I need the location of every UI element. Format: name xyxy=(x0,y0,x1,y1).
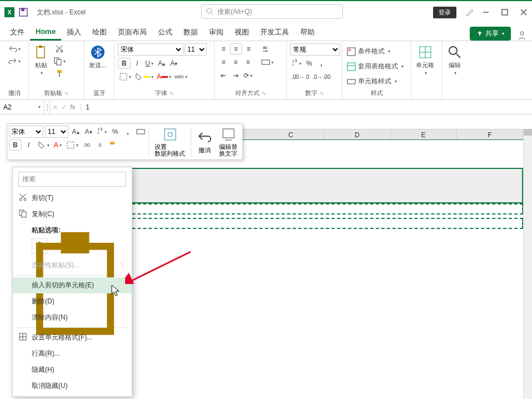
search-box[interactable]: 搜索(Alt+Q) xyxy=(201,4,343,19)
percent-button[interactable]: % xyxy=(304,58,315,69)
borders-button[interactable]: ▾ xyxy=(118,71,132,82)
ctx-unhide[interactable]: 取消隐藏(U) xyxy=(13,378,132,394)
redo-button[interactable]: ▾ xyxy=(7,56,22,67)
tab-view[interactable]: 视图 xyxy=(229,24,255,41)
ctx-clear[interactable]: 清除内容(N) xyxy=(13,310,132,326)
merge-button[interactable]: ▾ xyxy=(260,57,275,68)
col-header-e[interactable]: E xyxy=(391,129,457,139)
align-middle-button[interactable]: ≡ xyxy=(230,43,242,54)
mt-size-select[interactable]: 11 xyxy=(45,126,68,138)
format-painter-button[interactable] xyxy=(54,68,65,79)
login-button[interactable]: 登录 xyxy=(433,7,456,18)
share-button[interactable]: 共享 ▾ xyxy=(470,27,511,41)
formula-input[interactable]: 1 xyxy=(81,103,530,111)
fill-color-button[interactable]: ▾ xyxy=(133,71,155,82)
decrease-indent-button[interactable]: ⇤ xyxy=(218,70,229,81)
ctx-row-height[interactable]: 行高(R)... xyxy=(13,346,132,362)
increase-indent-button[interactable]: ⇥ xyxy=(230,70,241,81)
tab-file[interactable]: 文件 xyxy=(4,24,30,41)
mt-borders[interactable]: ▾ xyxy=(65,139,79,151)
tab-review[interactable]: 审阅 xyxy=(203,24,229,41)
currency-button[interactable]: ㍐▾ xyxy=(290,58,302,69)
mt-currency[interactable]: ㍐▾ xyxy=(96,126,108,137)
pen-icon[interactable] xyxy=(465,7,475,17)
increase-font-button[interactable]: A▴ xyxy=(156,58,167,69)
mt-inc-decimal[interactable]: .00 xyxy=(81,139,92,151)
mt-set-data-format[interactable]: 设置数据列格式 xyxy=(151,126,188,158)
ctx-cut[interactable]: 剪切(T) xyxy=(13,190,132,206)
mt-font-select[interactable]: 宋体 xyxy=(9,126,43,138)
tab-layout[interactable]: 页面布局 xyxy=(112,24,152,41)
editing-button[interactable]: 编辑▾ xyxy=(446,43,464,77)
cells-button[interactable]: 单元格▾ xyxy=(415,43,435,77)
confirm-edit-icon[interactable]: ✓ xyxy=(61,103,67,111)
decrease-decimal-button[interactable]: .0→.00 xyxy=(311,71,331,82)
phonetic-button[interactable]: wén▾ xyxy=(173,71,188,82)
mt-format-painter[interactable] xyxy=(107,139,118,151)
ctx-format-cells[interactable]: 设置单元格格式(F)... xyxy=(13,330,132,346)
bold-button[interactable]: B xyxy=(118,58,131,69)
align-center-button[interactable]: ≡ xyxy=(230,57,241,68)
vertical-scrollbar[interactable] xyxy=(523,129,532,399)
tab-formulas[interactable]: 公式 xyxy=(152,24,178,41)
italic-button[interactable]: I xyxy=(132,58,143,69)
tab-developer[interactable]: 开发工具 xyxy=(255,24,295,41)
font-color-button[interactable]: A▾ xyxy=(156,71,172,82)
tab-home[interactable]: Home xyxy=(30,24,61,41)
cancel-edit-icon[interactable]: ✕ xyxy=(52,103,58,111)
font-size-select[interactable]: 11 xyxy=(185,43,207,56)
mt-shrink-font[interactable]: A▾ xyxy=(83,126,94,137)
conditional-format-button[interactable]: 条件格式▾ xyxy=(346,46,391,57)
bluetooth-send-button[interactable]: 发送... xyxy=(88,43,107,71)
ctx-copy[interactable]: 复制(C) xyxy=(13,206,132,222)
ctx-delete[interactable]: 删除(D) xyxy=(13,293,132,310)
ctx-hide[interactable]: 隐藏(H) xyxy=(13,362,132,378)
mt-percent[interactable]: % xyxy=(110,126,121,137)
align-left-button[interactable]: ≡ xyxy=(218,57,229,68)
minimize-button[interactable] xyxy=(482,8,490,16)
ctx-paste-special[interactable]: 选择性粘贴(S)...〉 xyxy=(13,257,132,273)
copy-button[interactable]: ▾ xyxy=(52,56,67,67)
tab-help[interactable]: 帮助 xyxy=(295,24,320,41)
maximize-button[interactable] xyxy=(501,8,509,16)
mt-fill-color[interactable]: ▾ xyxy=(36,139,51,151)
ctx-search-input[interactable]: 搜索 xyxy=(18,172,126,187)
save-icon[interactable] xyxy=(19,8,28,17)
undo-button[interactable]: ▾ xyxy=(7,43,22,54)
align-right-button[interactable]: ≡ xyxy=(242,57,253,68)
col-header-c[interactable]: C xyxy=(258,129,324,139)
mt-comma[interactable]: , xyxy=(122,126,133,137)
align-top-button[interactable]: ≡ xyxy=(218,43,229,54)
col-header-d[interactable]: D xyxy=(324,129,390,139)
paste-button[interactable]: 粘贴▾ xyxy=(32,43,50,77)
tab-data[interactable]: 数据 xyxy=(178,24,203,41)
name-box[interactable]: A2▾ xyxy=(0,100,44,114)
comma-button[interactable]: , xyxy=(316,58,327,69)
tab-draw[interactable]: 绘图 xyxy=(87,24,112,41)
font-name-select[interactable]: 宋体 xyxy=(118,43,183,56)
orientation-button[interactable]: ⟳▾ xyxy=(242,70,253,81)
mt-grow-font[interactable]: A▴ xyxy=(70,126,81,137)
mt-merge[interactable] xyxy=(135,126,146,137)
cell-style-button[interactable]: 单元格样式▾ xyxy=(346,76,398,87)
mt-dec-decimal[interactable]: .0 xyxy=(94,139,105,151)
mt-font-color[interactable]: A▾ xyxy=(52,139,63,151)
col-header-f[interactable]: F xyxy=(457,129,523,139)
mt-bold[interactable]: B xyxy=(9,139,22,151)
fx-icon[interactable]: fx xyxy=(70,103,75,111)
cut-button[interactable] xyxy=(54,43,65,54)
decrease-font-button[interactable]: A▾ xyxy=(168,58,180,69)
mt-undo[interactable]: 撤消 xyxy=(193,126,216,158)
increase-decimal-button[interactable]: .00→.0 xyxy=(290,71,310,82)
mt-italic[interactable]: I xyxy=(23,139,34,151)
table-format-button[interactable]: 套用表格格式▾ xyxy=(346,61,405,72)
close-button[interactable] xyxy=(520,8,528,16)
underline-button[interactable]: U▾ xyxy=(144,58,155,69)
wrap-text-button[interactable]: ab xyxy=(261,43,272,54)
number-format-select[interactable]: 常规 xyxy=(290,43,340,56)
align-bottom-button[interactable]: ≡ xyxy=(243,43,254,54)
mt-alt-text[interactable]: 编辑替换文字 xyxy=(216,126,241,158)
tab-insert[interactable]: 插入 xyxy=(61,24,87,41)
ctx-insert-cut-cells[interactable]: 插入剪切的单元格(E) xyxy=(13,277,132,293)
person-icon[interactable] xyxy=(516,29,528,41)
